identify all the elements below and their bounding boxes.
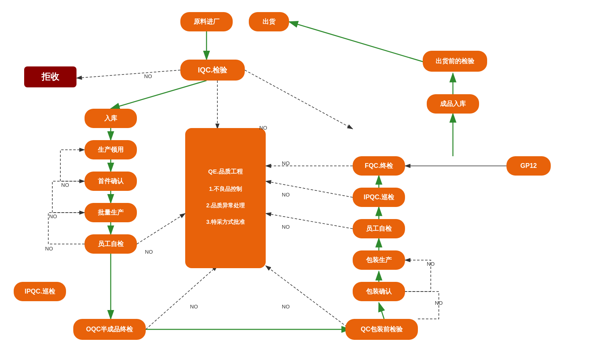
no-label-11: NO [45, 246, 53, 252]
node-ipqc-left: IPQC.巡检 [14, 282, 66, 301]
svg-line-19 [379, 303, 384, 319]
node-baozhuang-shengchan: 包装生产 [353, 250, 405, 270]
no-label-3: NO [282, 160, 290, 166]
svg-line-14 [137, 213, 185, 244]
node-chuhuo-qianjiaoyan: 出货前的检验 [423, 51, 487, 72]
no-label-13: NO [435, 300, 443, 306]
node-chuhuo: 出货 [249, 12, 289, 31]
node-gp12: GP12 [506, 156, 551, 176]
no-label-1: NO [144, 73, 152, 79]
node-yuanliao: 原料进厂 [180, 12, 233, 31]
no-label-10: NO [49, 213, 57, 219]
no-label-7: NO [190, 304, 198, 310]
node-ruku: 入库 [85, 109, 137, 128]
node-piliang: 批量生产 [85, 203, 137, 222]
node-shoujian: 首件确认 [85, 172, 137, 191]
svg-line-15 [266, 181, 353, 197]
node-fqc: FQC.终检 [353, 156, 405, 176]
node-iqc: IQC.检验 [180, 60, 245, 81]
no-label-9: NO [61, 182, 69, 188]
node-chengpin-ruku: 成品入库 [427, 94, 479, 114]
node-ipqc-right: IPQC.巡检 [353, 188, 405, 207]
flowchart: 原料进厂 出货 IQC.检验 拒收 入库 生产领用 首件确认 批量生产 员工自检… [0, 0, 591, 364]
svg-line-12 [76, 70, 180, 78]
no-label-5: NO [282, 224, 290, 230]
node-oqc: OQC半成品终检 [73, 319, 146, 340]
svg-line-16 [266, 213, 353, 229]
no-label-8: NO [282, 304, 290, 310]
no-label-12: NO [427, 261, 435, 267]
node-qc-baozhuang: QC包装前检验 [345, 319, 418, 340]
svg-line-18 [146, 266, 217, 329]
svg-line-29 [245, 70, 353, 129]
svg-line-5 [111, 81, 207, 109]
svg-line-17 [266, 266, 350, 329]
node-yuangong-zijian-left: 员工自检 [85, 234, 137, 254]
node-shengchan: 生产领用 [85, 140, 137, 159]
node-qe-block: QE.品质工程 1.不良品控制 2.品质异常处理 3.特采方式批准 [185, 128, 266, 268]
node-jujue: 拒收 [24, 66, 76, 87]
node-baozhuang-queren: 包装确认 [353, 282, 405, 301]
no-label-4: NO [282, 192, 290, 198]
no-label-2: NO [259, 125, 267, 131]
no-label-6: NO [145, 249, 153, 255]
svg-line-26 [289, 22, 427, 63]
node-yuangong-zijian-right: 员工自检 [353, 219, 405, 238]
